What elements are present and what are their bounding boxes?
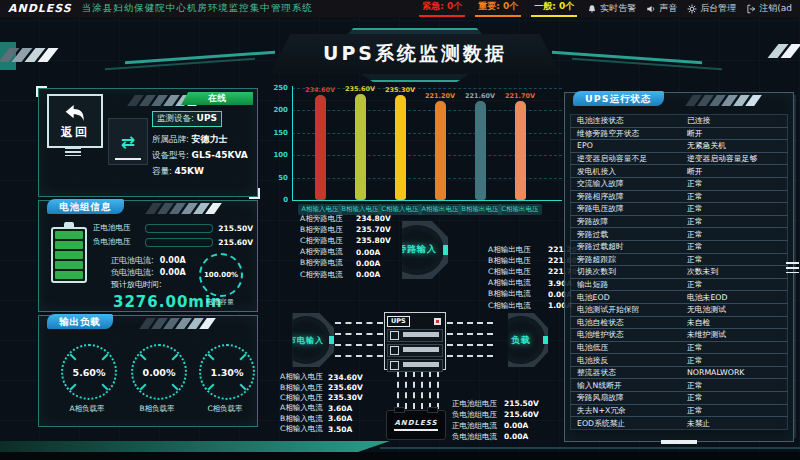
alarm-counter-minor[interactable]: 一般: 0个	[531, 0, 577, 17]
reading-value: 234.80V	[356, 214, 391, 223]
reading-value: 逆变器启动容量足够	[687, 153, 787, 164]
hazard-stripes-left	[4, 48, 53, 62]
device-field-capacity: 容量: 45KW	[152, 166, 252, 178]
device-field-brand: 所属品牌: 安德力士	[152, 133, 252, 146]
menu-admin[interactable]: 后台管理	[687, 2, 736, 15]
discharge-time-label: 预计放电时间:	[111, 279, 162, 290]
mains-input-node: 市电输入	[278, 313, 334, 367]
reading-value: 3.50A	[328, 425, 352, 434]
battery-current-pos: 正电池电流:0.00A	[111, 255, 186, 266]
menu-label: 声音	[659, 2, 677, 15]
bar-category-label: A相输出电压	[418, 204, 462, 215]
reading-label: 整流器状态	[571, 367, 687, 378]
brand-logo: ANDLESS	[8, 2, 72, 15]
reading-value: 0.00A	[356, 259, 380, 268]
status-row: 电池接反正常	[570, 353, 788, 367]
stripes-decoration	[143, 318, 212, 329]
reading-value: 235.80V	[356, 236, 391, 245]
status-row: 逆变器启动容量不足逆变器启动容量足够	[570, 152, 788, 166]
reading-value: 3.60A	[328, 414, 352, 423]
reading-value: 234.60V	[328, 373, 363, 382]
reading-row: C相旁路电流0.00A	[300, 269, 391, 280]
reading-label: B相输入电压	[280, 383, 328, 393]
reading-value: 正常	[687, 279, 787, 290]
menu-realtime-alarm[interactable]: 实时告警	[587, 2, 636, 15]
reading-value: 断开	[687, 128, 787, 139]
back-button-label: 返回	[61, 124, 89, 141]
reading-value: 正常	[687, 392, 787, 403]
bell-icon	[587, 4, 597, 14]
ups-rack: UPS	[384, 312, 446, 370]
reading-label: C相输入电流	[280, 424, 328, 434]
status-row: 旁路故障正常	[570, 215, 788, 229]
chart-bar	[395, 95, 406, 200]
reading-value: 正常	[687, 178, 787, 189]
stripes-decoration	[689, 95, 758, 106]
reading-label: A相输出电流	[488, 278, 548, 288]
reading-label: 电池连接状态	[571, 115, 687, 126]
reading-label: 电池自检状态	[571, 317, 687, 328]
battery-panel-tab: 电池组信息	[47, 199, 124, 214]
bypass-readings: A相旁路电压234.80VB相旁路电压235.70VC相旁路电压235.80VA…	[300, 213, 391, 280]
load-panel: 输出负载 5.60% 0.00% 1.30% A相负载率 B相负载率 C相负载率	[38, 315, 258, 427]
reading-label: 负电池组电流	[452, 432, 504, 442]
system-title: 当涂县妇幼保健院中心机房环境监控集中管理系统	[82, 2, 313, 15]
reading-label: 旁路超跟踪	[571, 254, 687, 265]
back-button[interactable]: 返回	[47, 94, 103, 148]
device-field-monitored: 监测设备: UPS	[152, 111, 222, 127]
reading-label: 电池测试开始保留	[571, 304, 687, 315]
chart-bar	[475, 101, 486, 200]
reading-value: 0.00A	[504, 421, 528, 430]
menu-sound[interactable]: 声音	[646, 2, 677, 15]
reading-label: C相输出电压	[488, 267, 548, 277]
banner-bottom-tab	[360, 74, 470, 82]
bar-category-label: B相输出电压	[458, 204, 502, 215]
page-header: UPS系统监测数据	[270, 34, 560, 74]
reading-value: 正常	[687, 355, 787, 366]
reading-label: 交流输入故障	[571, 178, 687, 189]
reading-row: B相旁路电压235.70V	[300, 224, 391, 235]
reading-label: B相输出电压	[488, 256, 548, 266]
reading-label: 旁路风扇故障	[571, 392, 687, 403]
speaker-icon	[646, 4, 656, 14]
reading-label: 旁路过载	[571, 229, 687, 240]
reading-row: A相旁路电流0.00A	[300, 247, 391, 258]
reading-value: 正常	[687, 342, 787, 353]
reading-row: B相输入电压235.60V	[280, 382, 363, 392]
menu-logout[interactable]: 注销(ad	[746, 2, 792, 15]
reading-label: 切换次数到	[571, 266, 687, 277]
power-line	[335, 322, 383, 324]
power-line	[335, 355, 383, 357]
horizontal-scrollbar[interactable]	[661, 440, 697, 444]
reading-value: 正常	[687, 380, 787, 391]
reading-row: B相输入电流3.60A	[280, 414, 363, 424]
reading-value: 正常	[687, 191, 787, 202]
bar-value-label: 234.60V	[298, 86, 342, 94]
power-line	[447, 355, 493, 357]
battery-line	[405, 371, 407, 409]
battery-capacity-label: 电池容量	[197, 297, 243, 307]
reading-value: 未维护测试	[687, 329, 787, 340]
reading-label: B相旁路电流	[300, 258, 356, 268]
power-line	[447, 344, 493, 346]
battery-line	[413, 371, 415, 409]
reading-label: 维修旁路空开状态	[571, 128, 687, 139]
status-row: 旁路电压故障正常	[570, 202, 788, 216]
footer-strip	[0, 452, 800, 460]
reading-label: 电池接反	[571, 355, 687, 366]
reading-value: 正常	[687, 405, 787, 416]
reading-label: 旁路相序故障	[571, 191, 687, 202]
reading-value: 已连接	[687, 115, 787, 126]
reading-label: 逆变器启动容量不足	[571, 153, 687, 164]
load-gauge-phase-a: 5.60%	[61, 344, 117, 400]
device-panel: 在线 返回 ⇄ 监测设备: UPS 所属品牌: 安德力士 设备型号: GLS-4…	[38, 88, 258, 197]
alarm-counter-critical[interactable]: 紧急: 0个	[419, 0, 465, 17]
reading-value: 正常	[687, 254, 787, 265]
reading-value: 235.30V	[328, 393, 363, 402]
scrollbar-handle[interactable]	[786, 262, 799, 273]
reading-label: 发电机接入	[571, 166, 687, 177]
alarm-counter-major[interactable]: 重要: 0个	[475, 0, 521, 17]
reading-value: 正常	[687, 203, 787, 214]
y-tick-label: 150	[268, 129, 288, 137]
gear-icon	[687, 4, 697, 14]
